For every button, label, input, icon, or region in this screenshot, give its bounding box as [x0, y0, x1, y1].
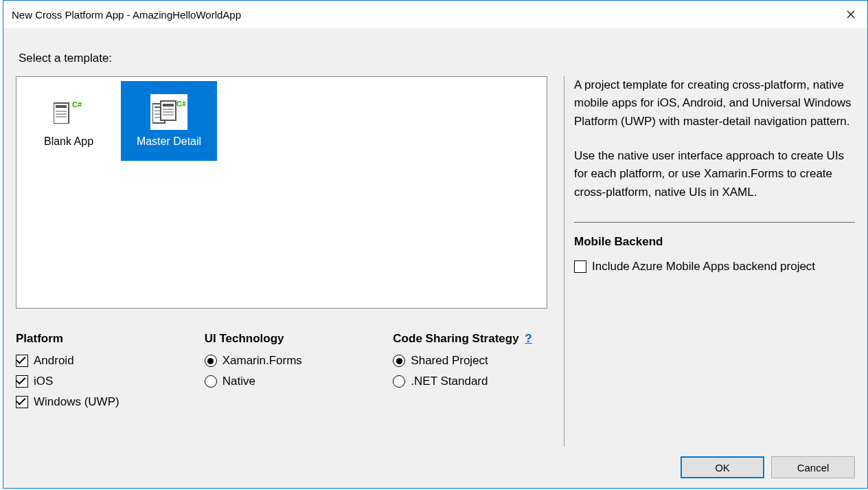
option-label: Include Azure Mobile Apps backend projec…: [592, 260, 815, 274]
select-template-label: Select a template:: [19, 52, 855, 65]
master-detail-icon: C#: [150, 94, 187, 130]
heading-text: Code Sharing Strategy: [393, 332, 518, 345]
option-label: .NET Standard: [411, 375, 488, 388]
code-sharing-net-standard[interactable]: .NET Standard: [393, 375, 547, 388]
description-p1: A project template for creating cross-pl…: [574, 76, 855, 131]
new-cross-platform-app-dialog: New Cross Platform App - AmazingHelloWor…: [3, 0, 868, 489]
platform-heading: Platform: [16, 332, 170, 346]
mobile-backend-heading: Mobile Backend: [574, 235, 855, 249]
options-row: Platform Android iOS: [16, 332, 547, 409]
template-label: Master Detail: [137, 135, 201, 148]
svg-rect-3: [56, 113, 67, 115]
description-p2: Use the native user interface approach t…: [574, 147, 855, 201]
code-sharing-group: Code Sharing Strategy ? Shared Project .…: [393, 332, 547, 409]
template-master-detail[interactable]: C# Master Detail: [121, 81, 217, 161]
svg-rect-14: [163, 111, 174, 113]
option-label: Windows (UWP): [34, 395, 119, 409]
titlebar: New Cross Platform App - AmazingHelloWor…: [3, 1, 867, 28]
include-azure-backend[interactable]: Include Azure Mobile Apps backend projec…: [574, 260, 855, 274]
main-row: C# Blank App: [16, 76, 855, 447]
checkbox-icon: [16, 355, 28, 367]
ui-technology-heading: UI Technology: [205, 332, 359, 346]
template-label: Blank App: [44, 135, 93, 148]
right-column: A project template for creating cross-pl…: [564, 76, 855, 447]
ui-tech-xamarin-forms[interactable]: Xamarin.Forms: [205, 354, 359, 368]
svg-rect-2: [56, 111, 67, 112]
radio-icon: [393, 355, 405, 367]
option-label: Android: [34, 354, 74, 368]
blank-app-icon: C#: [50, 94, 87, 130]
checkbox-icon: [16, 396, 28, 408]
svg-rect-15: [163, 114, 174, 115]
platform-ios[interactable]: iOS: [16, 375, 170, 388]
radio-icon: [393, 375, 405, 388]
code-sharing-shared-project[interactable]: Shared Project: [393, 354, 547, 368]
svg-rect-12: [163, 104, 174, 107]
svg-text:C#: C#: [72, 100, 82, 109]
template-list: C# Blank App: [16, 76, 547, 309]
ui-technology-group: UI Technology Xamarin.Forms Native: [205, 332, 359, 409]
template-blank-app[interactable]: C# Blank App: [21, 81, 117, 161]
svg-text:C#: C#: [176, 100, 185, 108]
platform-group: Platform Android iOS: [16, 332, 170, 409]
divider: [574, 222, 855, 223]
radio-icon: [205, 355, 217, 367]
help-link[interactable]: ?: [525, 332, 532, 345]
platform-windows-uwp[interactable]: Windows (UWP): [16, 395, 170, 409]
dialog-title: New Cross Platform App - AmazingHelloWor…: [12, 9, 241, 21]
platform-android[interactable]: Android: [16, 354, 170, 368]
code-sharing-heading: Code Sharing Strategy ?: [393, 332, 547, 346]
ui-tech-native[interactable]: Native: [205, 375, 359, 388]
close-button[interactable]: [834, 1, 867, 28]
svg-rect-1: [56, 105, 67, 108]
ok-button[interactable]: OK: [681, 456, 764, 478]
template-description: A project template for creating cross-pl…: [574, 76, 855, 218]
dialog-buttons: OK Cancel: [3, 447, 867, 488]
dialog-body: Select a template: C#: [3, 28, 867, 447]
close-icon: [847, 10, 855, 19]
option-label: Xamarin.Forms: [222, 354, 302, 368]
cancel-button[interactable]: Cancel: [771, 456, 855, 478]
svg-rect-13: [163, 109, 174, 110]
checkbox-icon: [16, 375, 28, 388]
left-column: C# Blank App: [16, 76, 547, 447]
svg-rect-4: [56, 116, 67, 118]
option-label: Native: [222, 375, 255, 388]
radio-icon: [205, 375, 217, 388]
option-label: Shared Project: [411, 354, 488, 368]
option-label: iOS: [34, 375, 53, 388]
checkbox-icon: [574, 260, 586, 273]
